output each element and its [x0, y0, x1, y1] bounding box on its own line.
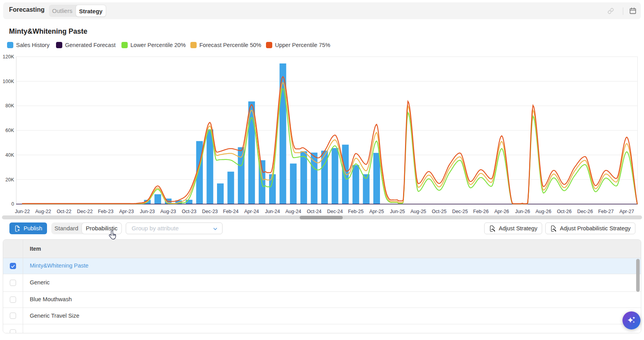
svg-text:40K: 40K — [5, 152, 14, 158]
svg-text:100K: 100K — [3, 79, 14, 84]
svg-text:Aug-26: Aug-26 — [535, 209, 551, 214]
svg-text:Dec-25: Dec-25 — [452, 209, 468, 214]
svg-text:Dec-23: Dec-23 — [202, 209, 218, 214]
svg-text:60K: 60K — [5, 128, 14, 133]
svg-text:Oct-22: Oct-22 — [57, 209, 72, 214]
svg-text:Aug-24: Aug-24 — [286, 209, 301, 214]
svg-text:Feb-25: Feb-25 — [348, 209, 364, 214]
svg-text:Aug-22: Aug-22 — [35, 209, 51, 214]
svg-text:Aug-23: Aug-23 — [160, 209, 176, 214]
svg-text:Jun-23: Jun-23 — [140, 209, 155, 214]
svg-text:Apr-27: Apr-27 — [619, 209, 634, 214]
svg-text:80K: 80K — [5, 103, 14, 109]
svg-text:Oct-23: Oct-23 — [182, 209, 197, 214]
svg-text:Aug-25: Aug-25 — [411, 209, 426, 214]
svg-text:Feb-24: Feb-24 — [223, 209, 239, 214]
svg-text:Feb-26: Feb-26 — [473, 209, 489, 214]
svg-text:Apr-23: Apr-23 — [119, 209, 134, 214]
svg-text:Dec-26: Dec-26 — [577, 209, 593, 214]
svg-text:Jun-26: Jun-26 — [515, 209, 530, 214]
svg-text:Apr-24: Apr-24 — [244, 209, 259, 214]
svg-text:120K: 120K — [3, 54, 14, 60]
svg-text:Feb-23: Feb-23 — [98, 209, 114, 214]
svg-text:20K: 20K — [5, 177, 14, 183]
svg-text:Dec-24: Dec-24 — [327, 209, 343, 214]
svg-text:Jun-22: Jun-22 — [15, 209, 30, 214]
svg-text:Oct-26: Oct-26 — [557, 209, 572, 214]
svg-text:0: 0 — [11, 201, 14, 207]
svg-text:Apr-26: Apr-26 — [494, 209, 509, 214]
svg-text:Oct-24: Oct-24 — [307, 209, 322, 214]
svg-text:Jun-25: Jun-25 — [390, 209, 405, 214]
svg-text:Oct-25: Oct-25 — [432, 209, 447, 214]
svg-text:Feb-27: Feb-27 — [598, 209, 614, 214]
svg-text:Dec-22: Dec-22 — [77, 209, 92, 214]
svg-text:Jun-24: Jun-24 — [265, 209, 280, 214]
svg-text:Apr-25: Apr-25 — [369, 209, 384, 214]
